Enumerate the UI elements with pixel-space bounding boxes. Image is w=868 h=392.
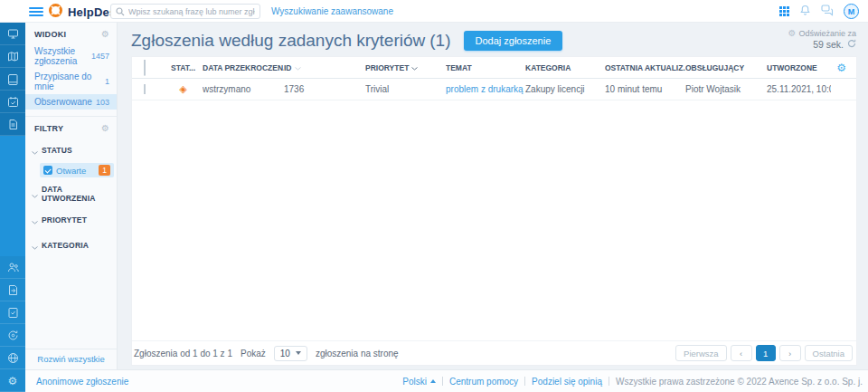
rail-settings-gear-icon[interactable]: ⚙ [0,369,25,392]
chevron-down-icon [32,142,38,158]
pagination-page-1-button[interactable]: 1 [756,345,776,361]
chevron-down-icon [32,237,38,253]
anonymous-ticket-link[interactable]: Anonimowe zgłoszenie [36,377,128,387]
help-center-link[interactable]: Centrum pomocy [449,377,518,387]
pagination-prev-button[interactable]: ‹ [731,345,752,361]
notifications-bell-icon[interactable] [799,4,811,20]
column-header-priorytet[interactable]: PRIORYTET [365,63,446,72]
row-checkbox[interactable] [144,84,146,94]
pagination-first-button[interactable]: Pierwsza [675,345,727,361]
expand-all-link[interactable]: Rozwiń wszystkie [25,349,117,369]
bottom-bar: Anonimowe zgłoszenie Polski Centrum pomo… [25,369,868,392]
divider [524,377,525,386]
rail-document-icon[interactable] [0,113,25,136]
refresh-icon[interactable] [847,39,856,50]
search-icon [116,4,125,20]
sort-desc-icon [411,63,418,72]
filters-title: FILTRY [34,124,63,133]
refresh-settings-gear-icon[interactable]: ⚙ [788,29,796,38]
helpdesk-logo-icon [48,3,63,22]
checked-checkbox[interactable] [43,166,52,175]
ticket-subject-link[interactable]: problem z drukarką [446,84,524,94]
table-settings-gear-icon[interactable]: ⚙ [836,62,856,74]
auto-refresh: ⚙ Odświeżanie za 59 sek. [788,29,856,50]
cell-data-przekroczenia: wstrzymano [203,84,284,94]
sidebar: WIDOKI ⚙ Wszystkie zgłoszenia 1457 Przyp… [25,23,118,369]
chevron-up-icon [430,379,436,383]
status-count-badge: 1 [99,165,110,176]
status-on-hold-icon: ◈ [179,84,186,94]
top-bar: HelpDesk Wyszukiwanie zaawansowane M [0,0,868,23]
language-selector[interactable]: Polski [402,377,436,387]
filter-option-otwarte[interactable]: Otwarte 1 [40,163,114,177]
table-footer: Zgłoszenia od 1 do 1 z 1 Pokaż 10 zgłosz… [132,340,856,365]
rail-calendar-check-icon[interactable] [0,91,25,113]
pagination-last-button[interactable]: Ostatnia [805,345,853,361]
sidebar-item-assigned-to-me[interactable]: Przypisane do mnie 1 [25,69,117,94]
pagination: Pierwsza ‹ 1 › Ostatnia [675,345,853,361]
apps-grid-icon[interactable] [779,4,789,20]
table-empty-space [132,100,856,340]
rail-monitor-icon[interactable] [0,23,25,45]
page-title: Zgłoszenia według zadanych kryteriów(1) [131,31,451,51]
rail-sync-icon[interactable] [0,324,25,347]
rail-map-icon[interactable] [0,45,25,68]
per-page-label: zgłoszenia na stronę [316,349,399,359]
divider [609,377,609,386]
column-header-obslugujacy[interactable]: OBSŁUGUJĄCY [685,63,767,72]
table-row[interactable]: ◈ wstrzymano 1736 Trivial problem z druk… [132,79,856,100]
rail-book-icon[interactable] [0,68,25,91]
filters-section-header: FILTRY ⚙ [25,117,117,138]
column-header-id[interactable]: ID [284,63,365,72]
filter-group-status[interactable]: STATUS [25,138,117,163]
count-badge: 103 [96,98,109,107]
sidebar-item-all-tickets[interactable]: Wszystkie zgłoszenia 1457 [25,43,117,69]
refresh-countdown: 59 sek. [813,39,844,50]
table-header-row: STAT... DATA PRZEKROCZEN... ID PRIORYTET… [132,57,856,79]
column-header-ostatnia-aktualizacja[interactable]: OSTATNIA AKTUALIZ... [605,63,685,72]
advanced-search-link[interactable]: Wyszukiwanie zaawansowane [271,6,393,16]
column-header-kategoria[interactable]: KATEGORIA [525,63,605,72]
cell-utworzone: 25.11.2021, 10:02 [767,84,831,94]
sidebar-item-observed[interactable]: Obserwowane 103 [25,94,117,110]
select-all-checkbox[interactable] [144,60,146,76]
filter-group-data-utworzenia[interactable]: DATA UTWORZENIA [25,180,117,207]
copyright-text: Wszystkie prawa zastrzeżone © 2022 Axenc… [616,377,863,387]
page-size-select[interactable]: 10 [274,346,307,361]
cell-ostatnia-aktualizacja: 10 minut temu [605,84,685,94]
column-header-data-przekroczenia[interactable]: DATA PRZEKROCZEN... [203,63,284,72]
filter-group-priorytet[interactable]: PRIORYTET [25,207,117,233]
menu-hamburger-icon[interactable] [29,7,43,18]
column-header-utworzone[interactable]: UTWORZONE [767,63,831,72]
feedback-link[interactable]: Podziel się opinią [532,377,602,387]
cell-kategoria: Zakupy licencji [525,84,605,94]
chevron-down-icon [32,212,38,228]
range-text: Zgłoszenia od 1 do 1 z 1 [134,349,232,359]
filters-settings-gear-icon[interactable]: ⚙ [101,124,109,133]
search-box[interactable] [110,4,260,19]
count-badge: 1457 [91,52,109,61]
cell-obslugujacy: Piotr Wojtasik [685,84,767,94]
tickets-table: STAT... DATA PRZEKROCZEN... ID PRIORYTET… [131,56,857,366]
views-settings-gear-icon[interactable]: ⚙ [101,30,109,39]
page-title-count: (1) [429,31,450,51]
main-content: Zgłoszenia według zadanych kryteriów(1) … [118,23,868,369]
cell-id: 1736 [284,84,365,94]
chevron-down-icon [296,351,301,355]
rail-document-send-icon[interactable] [0,279,25,301]
rail-spacer [0,136,25,256]
add-ticket-button[interactable]: Dodaj zgłoszenie [464,31,563,51]
user-avatar[interactable]: M [844,4,859,19]
pagination-next-button[interactable]: › [779,345,801,361]
rail-globe-icon[interactable] [0,347,25,369]
search-input[interactable] [128,7,255,16]
filter-group-kategoria[interactable]: KATEGORIA [25,233,117,258]
rail-users-icon[interactable] [0,256,25,279]
divider [442,377,443,386]
column-header-temat[interactable]: TEMAT [446,63,525,72]
sort-icon [295,63,301,72]
views-title: WIDOKI [34,30,66,39]
rail-note-check-icon[interactable] [0,301,25,324]
messages-chat-icon[interactable] [821,4,834,20]
column-header-status[interactable]: STAT... [171,63,203,72]
